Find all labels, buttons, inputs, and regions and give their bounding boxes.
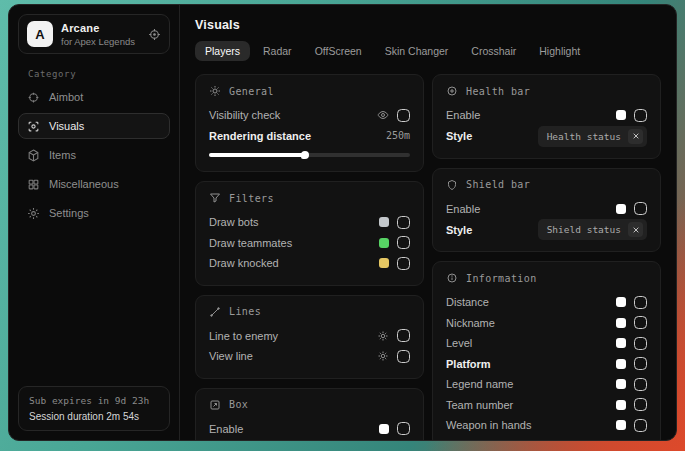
setting-row-draw-knocked: Draw knocked <box>209 253 410 274</box>
color-swatch[interactable] <box>379 238 389 248</box>
weapon-in-hands-checkbox[interactable] <box>634 419 647 432</box>
general-settings-icon <box>209 85 221 97</box>
sidebar-item-settings[interactable]: Settings <box>18 200 170 226</box>
nickname-checkbox[interactable] <box>634 316 647 329</box>
sidebar-item-label: Settings <box>49 207 89 219</box>
draw-teammates-checkbox[interactable] <box>397 236 410 249</box>
setting-row-level: Level <box>446 333 647 354</box>
sidebar-nav: Aimbot Visuals Items Miscellaneous <box>9 84 179 229</box>
box-icon <box>209 399 221 411</box>
draw-knocked-checkbox[interactable] <box>397 257 410 270</box>
panel-general: General Visibility check Rendering dista… <box>195 74 424 172</box>
panel-lines: Lines Line to enemy View line <box>195 295 424 379</box>
sidebar-item-miscellaneous[interactable]: Miscellaneous <box>18 171 170 197</box>
setting-row-draw-teammates: Draw teammates <box>209 233 410 254</box>
tab-offscreen[interactable]: OffScreen <box>305 41 372 61</box>
color-swatch[interactable] <box>616 359 626 369</box>
panel-filters: Filters Draw bots Draw teammates <box>195 181 424 286</box>
sidebar-item-label: Aimbot <box>49 91 83 103</box>
panel-title: Lines <box>229 306 261 317</box>
box-enable-checkbox[interactable] <box>397 422 410 435</box>
color-swatch[interactable] <box>616 379 626 389</box>
color-swatch[interactable] <box>616 318 626 328</box>
shield-enable-checkbox[interactable] <box>634 202 647 215</box>
color-swatch[interactable] <box>379 258 389 268</box>
tab-players[interactable]: Players <box>195 41 250 61</box>
panel-title: Information <box>466 273 537 284</box>
shield-style-select[interactable]: Shield status <box>538 219 647 240</box>
setting-row-draw-bots: Draw bots <box>209 212 410 233</box>
subscription-info-card: Sub expires in 9d 23h Session duration 2… <box>18 386 170 431</box>
setting-row-box-enable-background: Enable background <box>209 439 410 440</box>
sidebar-item-visuals[interactable]: Visuals <box>18 113 170 139</box>
health-enable-checkbox[interactable] <box>634 109 647 122</box>
tab-highlight[interactable]: Highlight <box>529 41 590 61</box>
team-number-checkbox[interactable] <box>634 398 647 411</box>
tab-crosshair[interactable]: Crosshair <box>461 41 526 61</box>
line-to-enemy-checkbox[interactable] <box>397 329 410 342</box>
main-content: Visuals Players Radar OffScreen Skin Cha… <box>179 5 676 440</box>
tab-skin-changer[interactable]: Skin Changer <box>375 41 459 61</box>
level-checkbox[interactable] <box>634 337 647 350</box>
color-swatch[interactable] <box>616 204 626 214</box>
health-style-select[interactable]: Health status <box>538 126 647 147</box>
setting-row-line-to-enemy: Line to enemy <box>209 326 410 347</box>
color-swatch[interactable] <box>616 400 626 410</box>
view-line-checkbox[interactable] <box>397 350 410 363</box>
color-swatch[interactable] <box>616 110 626 120</box>
app-name: Arcane <box>61 22 135 34</box>
draw-bots-checkbox[interactable] <box>397 216 410 229</box>
rendering-distance-slider[interactable] <box>209 153 410 157</box>
color-swatch[interactable] <box>379 424 389 434</box>
gear-icon[interactable] <box>377 350 389 362</box>
tab-radar[interactable]: Radar <box>253 41 302 61</box>
funnel-icon <box>209 192 221 204</box>
setting-row-weapon-in-hands: Weapon in hands <box>446 415 647 436</box>
brand-text: Arcane for Apex Legends <box>61 22 135 47</box>
right-column: Health bar Enable Style Health s <box>432 74 661 440</box>
session-duration-text: Session duration 2m 54s <box>29 411 159 422</box>
platform-checkbox[interactable] <box>634 357 647 370</box>
setting-row-distance: Distance <box>446 292 647 313</box>
cube-icon <box>27 149 40 162</box>
panel-title: Box <box>229 399 248 410</box>
sidebar-item-aimbot[interactable]: Aimbot <box>18 84 170 110</box>
clear-icon[interactable] <box>628 129 643 144</box>
panel-shield-bar: Shield bar Enable Style Shield s <box>432 168 661 253</box>
color-swatch[interactable] <box>616 420 626 430</box>
panel-health-bar: Health bar Enable Style Health s <box>432 74 661 159</box>
gear-icon[interactable] <box>377 330 389 342</box>
slider-knob[interactable] <box>301 151 309 159</box>
visibility-check-checkbox[interactable] <box>397 109 410 122</box>
app-subtitle: for Apex Legends <box>61 36 135 47</box>
setting-row-health-style: Style Health status <box>446 126 647 147</box>
rendering-distance-value: 250m <box>386 130 410 141</box>
page-title: Visuals <box>195 18 661 32</box>
sidebar-item-items[interactable]: Items <box>18 142 170 168</box>
setting-row-visibility-check: Visibility check <box>209 105 410 126</box>
panel-information: Information Distance Nickname Level <box>432 261 661 440</box>
panel-title: General <box>229 86 274 97</box>
color-swatch[interactable] <box>616 297 626 307</box>
sub-expires-text: Sub expires in 9d 23h <box>29 395 159 406</box>
distance-checkbox[interactable] <box>634 296 647 309</box>
app-logo: A <box>27 21 53 47</box>
setting-row-rendering-distance: Rendering distance 250m <box>209 126 410 147</box>
color-swatch[interactable] <box>379 217 389 227</box>
gear-icon <box>27 207 40 220</box>
panels-grid: General Visibility check Rendering dista… <box>195 74 661 440</box>
color-swatch[interactable] <box>616 338 626 348</box>
clear-icon[interactable] <box>628 222 643 237</box>
target-icon[interactable] <box>148 28 161 41</box>
setting-row-nickname: Nickname <box>446 313 647 334</box>
setting-row-team-number: Team number <box>446 395 647 416</box>
eye-icon[interactable] <box>377 109 389 121</box>
panel-title: Filters <box>229 193 274 204</box>
legend-name-checkbox[interactable] <box>634 378 647 391</box>
panel-title: Health bar <box>466 86 530 97</box>
grid-icon <box>27 178 40 191</box>
panel-title: Shield bar <box>466 179 530 190</box>
setting-row-legend-name: Legend name <box>446 374 647 395</box>
app-window: A Arcane for Apex Legends Category Aimbo… <box>8 4 677 441</box>
tab-bar: Players Radar OffScreen Skin Changer Cro… <box>195 41 661 61</box>
